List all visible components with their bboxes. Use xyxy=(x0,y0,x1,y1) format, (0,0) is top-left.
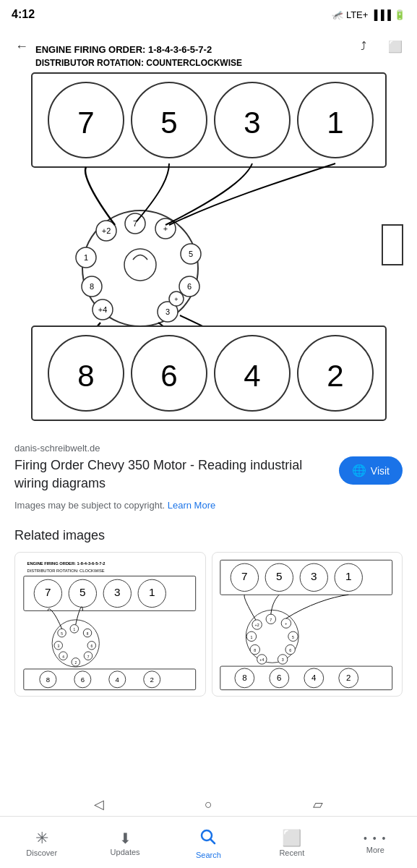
svg-text:+2: +2 xyxy=(255,624,259,628)
back-arrow-icon: ← xyxy=(15,39,28,54)
discover-icon: ✳ xyxy=(35,830,48,846)
image-view-container: ← ⤴ ⬜ ENGINE FIRING ORDER: 1-8-4-3-6-5-7… xyxy=(0,26,417,431)
svg-text:4: 4 xyxy=(62,655,64,659)
svg-line-118 xyxy=(211,840,215,844)
svg-text:7: 7 xyxy=(45,587,51,599)
svg-text:7: 7 xyxy=(77,106,94,140)
svg-text:2: 2 xyxy=(346,674,351,683)
svg-point-21 xyxy=(124,249,156,281)
svg-text:4: 4 xyxy=(311,674,317,683)
nav-label-search: Search xyxy=(196,851,221,859)
svg-text:8: 8 xyxy=(242,674,246,683)
nav-item-updates[interactable]: ⬇ Updates xyxy=(102,831,148,856)
svg-text:3: 3 xyxy=(244,106,260,140)
svg-text:8: 8 xyxy=(254,648,256,652)
svg-text:DISTRIBUTOR ROTATION: CLOCKWIS: DISTRIBUTOR ROTATION: CLOCKWISE xyxy=(27,569,104,573)
bookmark-icon: ⬜ xyxy=(388,40,403,54)
copyright-text: Images may be subject to copyright. xyxy=(14,500,165,511)
main-diagram-image[interactable]: ENGINE FIRING ORDER: 1-8-4-3-6-5-7-2 DIS… xyxy=(0,26,417,431)
svg-text:+: + xyxy=(174,296,178,303)
image-overlay-bar: ← ⤴ ⬜ xyxy=(0,26,417,67)
svg-text:3: 3 xyxy=(165,307,169,316)
nav-label-recent: Recent xyxy=(279,848,304,857)
svg-text:8: 8 xyxy=(46,676,49,684)
visit-button[interactable]: 🌐 Visit xyxy=(339,456,403,485)
related-images-grid: ENGINE FIRING ORDER: 1-8-4-3-6-5-7-2 DIS… xyxy=(14,552,403,697)
svg-text:7: 7 xyxy=(270,618,272,622)
nav-item-discover[interactable]: ✳ Discover xyxy=(19,830,65,857)
bottom-nav: ✳ Discover ⬇ Updates Search ⬜ Recent • •… xyxy=(0,816,417,868)
svg-rect-11 xyxy=(382,225,403,265)
bookmark-button[interactable]: ⬜ xyxy=(382,33,408,59)
svg-text:+: + xyxy=(285,622,287,626)
svg-text:1: 1 xyxy=(327,106,343,140)
svg-text:6: 6 xyxy=(289,648,291,652)
learn-more-link[interactable]: Learn More xyxy=(168,500,215,511)
nav-item-more[interactable]: • • • More xyxy=(352,833,398,854)
notif-icon: 🦟 xyxy=(332,9,343,20)
overlay-right-icons: ⤴ ⬜ xyxy=(351,33,408,59)
nav-label-updates: Updates xyxy=(111,848,140,856)
status-time: 4:12 xyxy=(12,8,35,21)
svg-text:+4: +4 xyxy=(259,658,264,663)
source-info: danis-schreibwelt.de Firing Order Chevy … xyxy=(0,431,417,516)
svg-text:5: 5 xyxy=(276,570,283,582)
related-diagram-2-svg: 7 5 3 1 +2 7 + 1 5 8 xyxy=(217,556,397,692)
svg-text:+: + xyxy=(163,224,167,233)
svg-text:3: 3 xyxy=(114,587,121,599)
share-icon: ⤴ xyxy=(361,40,366,53)
svg-text:8: 8 xyxy=(89,282,93,291)
back-gesture-icon[interactable]: ◁ xyxy=(94,796,104,812)
svg-text:2: 2 xyxy=(327,359,343,393)
recent-icon: ⬜ xyxy=(282,830,301,846)
source-domain: danis-schreibwelt.de xyxy=(14,443,403,454)
svg-text:6: 6 xyxy=(277,674,281,683)
back-button[interactable]: ← xyxy=(9,33,35,59)
svg-text:+4: +4 xyxy=(98,305,107,314)
svg-text:5: 5 xyxy=(160,106,177,140)
svg-text:3: 3 xyxy=(282,658,284,663)
svg-text:1: 1 xyxy=(83,253,87,262)
svg-text:1: 1 xyxy=(345,570,352,582)
battery-icon: 🔋 xyxy=(394,9,405,20)
svg-text:1: 1 xyxy=(251,635,253,639)
svg-text:6: 6 xyxy=(160,359,177,393)
status-bar: 4:12 🦟 LTE+ ▐▐▐ 🔋 xyxy=(0,0,417,26)
related-image-2[interactable]: 7 5 3 1 +2 7 + 1 5 8 xyxy=(212,552,403,697)
globe-icon: 🌐 xyxy=(352,464,366,477)
firing-order-svg: ENGINE FIRING ORDER: 1-8-4-3-6-5-7-2 DIS… xyxy=(14,33,404,424)
svg-text:5: 5 xyxy=(292,635,294,639)
status-icons: 🦟 LTE+ ▐▐▐ 🔋 xyxy=(332,9,405,20)
updates-icon: ⬇ xyxy=(119,831,132,846)
svg-text:1: 1 xyxy=(73,628,75,631)
nav-item-recent[interactable]: ⬜ Recent xyxy=(269,830,315,857)
svg-text:3: 3 xyxy=(57,645,59,649)
svg-text:4: 4 xyxy=(115,676,119,684)
svg-text:6: 6 xyxy=(80,676,84,684)
home-gesture-icon[interactable]: ○ xyxy=(205,797,212,812)
share-button[interactable]: ⤴ xyxy=(351,33,377,59)
related-image-1[interactable]: ENGINE FIRING ORDER: 1-8-4-3-6-5-7-2 DIS… xyxy=(14,552,206,697)
search-icon xyxy=(199,828,217,848)
nav-item-search[interactable]: Search xyxy=(185,828,231,859)
svg-text:7: 7 xyxy=(241,570,248,582)
source-title-row: Firing Order Chevy 350 Motor - Reading i… xyxy=(14,456,403,493)
related-images-title: Related images xyxy=(14,528,403,543)
copyright-notice: Images may be subject to copyright. Lear… xyxy=(14,500,403,511)
svg-text:2: 2 xyxy=(150,676,153,684)
svg-text:3: 3 xyxy=(311,570,317,582)
svg-text:5: 5 xyxy=(188,250,192,258)
nav-label-discover: Discover xyxy=(26,848,57,857)
nav-label-more: More xyxy=(366,846,384,854)
more-icon: • • • xyxy=(364,833,387,843)
related-section: Related images ENGINE FIRING ORDER: 1-8-… xyxy=(0,516,417,702)
lte-icon: LTE+ xyxy=(346,9,368,20)
svg-text:2: 2 xyxy=(74,662,77,665)
related-diagram-1-svg: ENGINE FIRING ORDER: 1-8-4-3-6-5-7-2 DIS… xyxy=(20,556,200,692)
svg-text:6: 6 xyxy=(90,645,93,649)
recent-gesture-icon[interactable]: ▱ xyxy=(313,796,323,812)
gesture-nav: ◁ ○ ▱ xyxy=(0,793,417,816)
svg-text:5: 5 xyxy=(79,587,86,599)
source-title: Firing Order Chevy 350 Motor - Reading i… xyxy=(14,456,330,493)
svg-text:8: 8 xyxy=(86,632,88,636)
